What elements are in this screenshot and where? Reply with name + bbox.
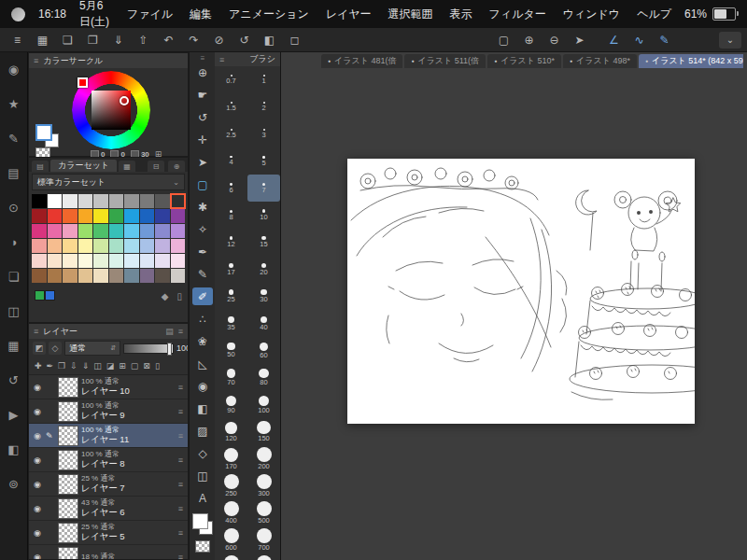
color-swatch[interactable] xyxy=(155,194,170,208)
color-swatch[interactable] xyxy=(124,224,139,238)
color-swatch[interactable] xyxy=(48,269,63,283)
brush-size-70[interactable]: 70 xyxy=(215,364,247,391)
color-swatch[interactable] xyxy=(140,269,155,283)
recent-color-swatch[interactable] xyxy=(35,290,45,301)
layer-thumbnail[interactable] xyxy=(58,426,78,446)
fill-icon[interactable]: ◧ xyxy=(258,31,281,49)
panel-grip-icon[interactable]: ≡ xyxy=(34,327,38,336)
color-swatch[interactable] xyxy=(171,194,186,208)
sv-cursor[interactable] xyxy=(120,96,129,105)
color-swatch[interactable] xyxy=(155,224,170,238)
blend-mode-dropdown[interactable]: 通常 ⇵ xyxy=(64,341,120,356)
brush-size-800[interactable]: 800 xyxy=(215,553,247,560)
colorset-list-icon[interactable]: ▤ xyxy=(32,161,49,172)
information-panel-icon[interactable]: ⊚ xyxy=(5,474,23,493)
select-add-icon[interactable]: ⊕ xyxy=(517,31,541,49)
brush-size-17[interactable]: 17 xyxy=(215,256,247,283)
color-swatch[interactable] xyxy=(78,239,93,253)
brush-size-80[interactable]: 80 xyxy=(247,364,280,391)
brush-size-30[interactable]: 30 xyxy=(247,283,280,310)
transparent-color-swatch[interactable] xyxy=(195,540,210,553)
color-swatch[interactable] xyxy=(109,269,124,283)
color-swatch[interactable] xyxy=(32,224,47,238)
quick-access-panel-icon[interactable]: ★ xyxy=(5,94,23,113)
brush-size-90[interactable]: 90 xyxy=(215,391,247,418)
zoom-tool-icon[interactable]: ⊕ xyxy=(192,63,213,81)
material-panel-icon[interactable]: ▦ xyxy=(5,336,23,355)
panel-grip-icon[interactable]: ≡ xyxy=(219,55,224,64)
brush-size-2[interactable]: 2 xyxy=(247,93,280,120)
brush-size-35[interactable]: 35 xyxy=(215,310,247,337)
color-swatch[interactable] xyxy=(32,254,47,268)
brush-size-40[interactable]: 40 xyxy=(247,310,280,337)
layer-visibility-icon[interactable]: ◉ xyxy=(32,480,43,489)
color-swatch[interactable] xyxy=(171,269,186,283)
new-folder-icon[interactable]: ❐ xyxy=(58,361,65,371)
brush-size-300[interactable]: 300 xyxy=(247,472,280,499)
pen-tool-icon[interactable]: ✒ xyxy=(192,243,213,260)
color-swatch[interactable] xyxy=(78,224,93,238)
color-swatch[interactable] xyxy=(124,194,139,208)
layer-row[interactable]: ◉18 % 通常≡ xyxy=(29,545,188,559)
color-swatch[interactable] xyxy=(63,224,78,238)
layer-row[interactable]: ◉100 % 通常レイヤー 10≡ xyxy=(29,375,188,399)
delete-layer-icon[interactable]: ▯ xyxy=(155,361,160,371)
layer-visibility-icon[interactable]: ◉ xyxy=(32,455,43,465)
colorset-settings-icon[interactable]: ⊟ xyxy=(148,161,164,172)
color-swatch[interactable] xyxy=(140,224,155,238)
color-swatch[interactable] xyxy=(32,239,47,253)
rotate-reset-icon[interactable]: ↺ xyxy=(233,31,256,49)
layer-row[interactable]: ◉25 % 通常レイヤー 7≡ xyxy=(29,472,188,497)
layer-row[interactable]: ◉✎100 % 通常レイヤー 11≡ xyxy=(29,424,188,448)
brush-size-2.5[interactable]: 2.5 xyxy=(215,120,247,147)
document-tab-4[interactable]: ●イラスト 514* (842 x 595px 300dpi 114.9%) xyxy=(639,54,743,68)
document-tab-1[interactable]: ●イラスト 511(倍 xyxy=(404,54,486,68)
merge-down-icon[interactable]: ⇓ xyxy=(82,361,90,371)
layer-panel-menu-icon[interactable]: ≡ xyxy=(178,327,183,336)
color-swatch[interactable] xyxy=(93,194,108,208)
layer-thumbnail[interactable] xyxy=(58,450,78,470)
main-color-swatch[interactable] xyxy=(35,124,52,141)
decoration-tool-icon[interactable]: ❀ xyxy=(192,332,213,350)
save-icon[interactable]: ⇓ xyxy=(106,31,130,49)
open-file-icon[interactable]: ❐ xyxy=(81,31,105,49)
tool-panel-icon[interactable]: ✎ xyxy=(5,129,23,147)
brush-size-4[interactable]: 4 xyxy=(215,147,247,175)
color-set-tab[interactable]: カラーセット xyxy=(50,160,117,172)
layer-thumbnail[interactable] xyxy=(58,547,78,560)
eraser-tool-icon[interactable]: ◺ xyxy=(192,355,213,372)
color-swatch[interactable] xyxy=(140,239,155,253)
brush-size-600[interactable]: 600 xyxy=(215,526,247,553)
layer-thumbnail[interactable] xyxy=(58,401,78,422)
menubar-item-2[interactable]: アニメーション xyxy=(229,7,309,22)
new-raster-layer-icon[interactable]: ✚ xyxy=(35,361,42,371)
redo-icon[interactable]: ↷ xyxy=(182,31,205,49)
colorset-add-icon[interactable]: ⊕ xyxy=(168,161,185,172)
brush-size-60[interactable]: 60 xyxy=(247,337,280,364)
eyedropper-icon[interactable]: ◆ xyxy=(162,291,169,301)
snap-ruler-icon[interactable]: ∠ xyxy=(602,31,626,49)
layer-row[interactable]: ◉100 % 通常レイヤー 8≡ xyxy=(29,448,188,472)
brush-size-8[interactable]: 8 xyxy=(215,202,247,229)
layer-menu-icon[interactable]: ≡ xyxy=(178,528,185,538)
brush-size-1000[interactable]: 1000 xyxy=(247,553,280,560)
color-swatch[interactable] xyxy=(155,269,170,283)
color-swatch[interactable] xyxy=(124,239,139,253)
move-layer-tool-icon[interactable]: ✛ xyxy=(192,131,213,148)
object-tool-icon[interactable]: ➤ xyxy=(192,153,213,171)
drawing-canvas[interactable] xyxy=(347,159,695,424)
layer-visibility-icon[interactable]: ◉ xyxy=(32,431,43,441)
brush-size-250[interactable]: 250 xyxy=(215,472,247,499)
opacity-slider[interactable] xyxy=(123,343,174,354)
subtool-panel-icon[interactable]: ▤ xyxy=(5,163,23,182)
new-canvas-icon[interactable]: ❏ xyxy=(56,31,79,49)
layer-menu-icon[interactable]: ≡ xyxy=(178,553,185,560)
color-panel-icon[interactable]: ◑ xyxy=(5,232,23,251)
gradient-tool-icon[interactable]: ▨ xyxy=(192,422,213,440)
divide-layer-icon[interactable]: ⊞ xyxy=(119,361,126,371)
main-menu-icon[interactable]: ≡ xyxy=(6,31,29,49)
new-vector-layer-icon[interactable]: ✒ xyxy=(47,361,54,371)
color-swatch[interactable] xyxy=(171,224,186,238)
brush-size-150[interactable]: 150 xyxy=(247,418,280,445)
figure-tool-icon[interactable]: ◇ xyxy=(192,444,213,462)
